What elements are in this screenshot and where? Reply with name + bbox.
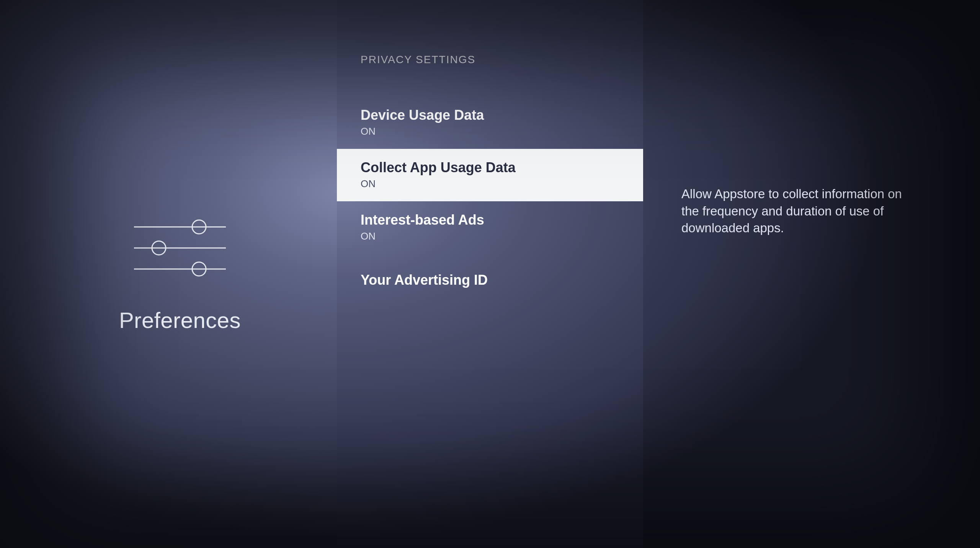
section-header: PRIVACY SETTINGS bbox=[337, 54, 643, 66]
menu-item-collect-app-usage-data[interactable]: Collect App Usage Data ON bbox=[337, 149, 643, 201]
menu-item-title: Your Advertising ID bbox=[361, 272, 619, 288]
menu-item-your-advertising-id[interactable]: Your Advertising ID bbox=[337, 261, 643, 300]
sliders-icon bbox=[130, 215, 230, 281]
description-panel: Allow Appstore to collect information on… bbox=[643, 0, 980, 548]
menu-item-title: Collect App Usage Data bbox=[361, 160, 619, 176]
left-category-panel: Preferences bbox=[0, 0, 337, 548]
settings-list-panel: PRIVACY SETTINGS Device Usage Data ON Co… bbox=[337, 0, 643, 548]
menu-item-interest-based-ads[interactable]: Interest-based Ads ON bbox=[337, 201, 643, 254]
menu-item-device-usage-data[interactable]: Device Usage Data ON bbox=[337, 96, 643, 149]
menu-item-status: ON bbox=[361, 126, 619, 137]
settings-screen: Preferences PRIVACY SETTINGS Device Usag… bbox=[0, 0, 980, 548]
menu-item-title: Interest-based Ads bbox=[361, 212, 619, 228]
menu-item-status: ON bbox=[361, 178, 619, 190]
menu-item-title: Device Usage Data bbox=[361, 107, 619, 123]
category-title: Preferences bbox=[119, 307, 241, 333]
setting-description: Allow Appstore to collect information on… bbox=[681, 186, 911, 237]
menu-item-status: ON bbox=[361, 230, 619, 242]
